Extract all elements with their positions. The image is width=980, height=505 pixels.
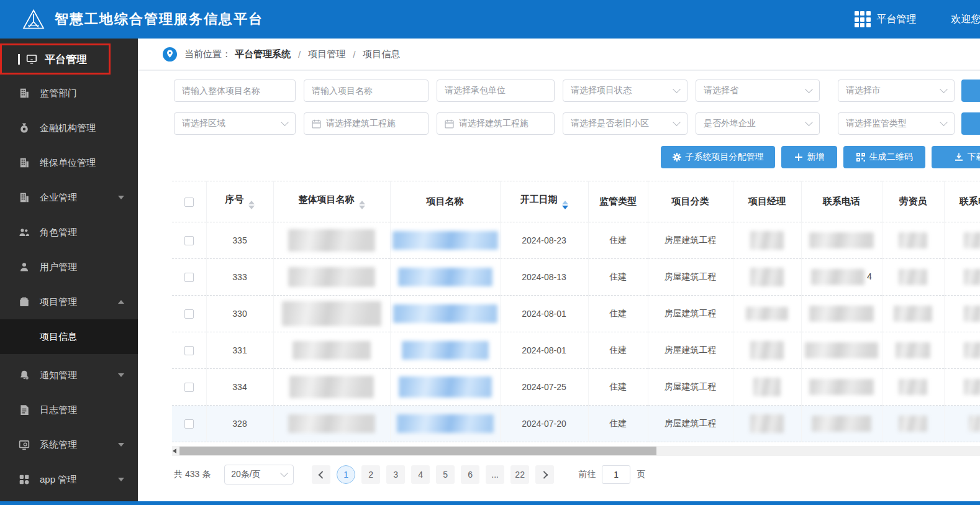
reset-button[interactable] — [961, 112, 980, 135]
page-button[interactable]: 4 — [411, 465, 430, 484]
contractor-select[interactable]: 请选择承包单位 — [437, 80, 555, 102]
redacted-project-manager — [750, 268, 784, 286]
redacted-overall-project-name — [289, 376, 374, 398]
sidebar-item-user-management[interactable]: 用户管理 — [0, 250, 138, 284]
button-label: 生成二维码 — [869, 152, 913, 163]
cell-seq: 330 — [206, 296, 273, 332]
sidebar-subitem-label: 项目信息 — [40, 331, 77, 343]
construction-date-end-picker[interactable]: 请选择建筑工程施 — [437, 112, 555, 135]
project-name-link-redacted[interactable] — [393, 304, 497, 323]
page-button[interactable]: 5 — [436, 465, 455, 484]
sidebar-item-platform-management[interactable]: 平台管理 — [0, 43, 111, 75]
scrollbar-left-arrow-icon[interactable] — [173, 448, 176, 453]
redacted-phone — [969, 416, 980, 432]
sidebar-item-notification-management[interactable]: 通知管理 — [0, 358, 138, 393]
breadcrumb-root[interactable]: 平台管理系统 — [235, 48, 291, 60]
page-button-current[interactable]: 1 — [337, 465, 355, 484]
page-ellipsis[interactable]: ... — [486, 465, 504, 484]
province-select[interactable]: 请选择省 — [696, 80, 820, 102]
column-header-start-date[interactable]: 开工日期 — [500, 181, 588, 222]
project-name-link-redacted[interactable] — [392, 231, 498, 250]
project-name-input[interactable] — [304, 80, 429, 102]
page-size-select[interactable]: 20条/页 — [224, 465, 294, 485]
breadcrumb-item-project-management[interactable]: 项目管理 — [308, 48, 345, 60]
row-checkbox[interactable] — [184, 309, 194, 319]
sidebar-item-role-management[interactable]: 角色管理 — [0, 215, 138, 250]
goto-unit: 页 — [637, 469, 645, 480]
column-header-seq[interactable]: 序号 — [206, 181, 273, 222]
old-community-select[interactable]: 请选择是否老旧小区 — [563, 112, 687, 135]
sidebar-item-system-management[interactable]: 系统管理 — [0, 427, 138, 462]
cell-start-date: 2024-08-01 — [500, 296, 588, 332]
horizontal-scrollbar-track[interactable] — [172, 446, 980, 456]
row-checkbox[interactable] — [184, 383, 194, 392]
redacted-overall-project-name — [288, 229, 375, 252]
sidebar-item-supervision-department[interactable]: 监管部门 — [0, 76, 138, 111]
chevron-down-icon — [805, 85, 813, 93]
top-header-bar: 智慧工地综合管理服务信息平台 平台管理 欢迎您: — [0, 0, 980, 39]
chevron-down-icon — [118, 196, 124, 199]
cell-project-category: 房屋建筑工程 — [648, 332, 733, 369]
project-name-link-redacted[interactable] — [398, 268, 492, 286]
generate-qrcode-button[interactable]: 生成二维码 — [843, 146, 925, 168]
horizontal-scrollbar-thumb[interactable] — [179, 447, 656, 455]
chevron-down-icon — [118, 443, 124, 447]
supervision-type-select[interactable]: 请选择监管类型 — [838, 112, 955, 135]
download-button[interactable]: 下载 — [932, 146, 980, 168]
page-button[interactable]: 2 — [361, 465, 380, 484]
project-name-link-redacted[interactable] — [402, 341, 489, 360]
prev-page-button[interactable] — [312, 465, 330, 484]
row-checkbox[interactable] — [184, 419, 194, 429]
vertical-bar-icon — [18, 54, 20, 65]
redacted-labor-officer — [899, 232, 927, 248]
search-button[interactable] — [961, 80, 980, 102]
sidebar-item-project-management[interactable]: 项目管理 — [0, 284, 138, 319]
sidebar-item-enterprise-management[interactable]: 企业管理 — [0, 180, 138, 215]
redacted-labor-officer — [894, 306, 932, 322]
sidebar-item-financial-institutions[interactable]: 金融机构管理 — [0, 111, 138, 145]
row-checkbox[interactable] — [184, 273, 194, 282]
system-monitor-icon — [19, 439, 30, 450]
header-nav-platform-management[interactable]: 平台管理 — [877, 13, 917, 26]
sort-icon[interactable] — [359, 201, 365, 209]
next-page-button[interactable] — [535, 465, 554, 484]
row-checkbox[interactable] — [184, 236, 194, 245]
project-name-link-redacted[interactable] — [397, 414, 494, 433]
project-status-select[interactable]: 请选择项目状态 — [563, 80, 687, 102]
construction-date-start-picker[interactable]: 请选择建筑工程施 — [304, 112, 429, 135]
sidebar-item-app-management[interactable]: app 管理 — [0, 462, 138, 497]
cell-supervision-type: 住建 — [588, 332, 648, 369]
breadcrumb-item-project-info[interactable]: 项目信息 — [363, 48, 400, 60]
city-select[interactable]: 请选择市 — [838, 80, 955, 102]
column-header-overall-project-name[interactable]: 整体项目名称 — [273, 181, 390, 222]
app-window: 智慧工地综合管理服务信息平台 平台管理 欢迎您: 平台管理 监管部门 金融机构 — [0, 0, 980, 505]
page-button[interactable]: 22 — [510, 465, 529, 484]
row-checkbox[interactable] — [184, 346, 194, 355]
subsystem-project-assign-button[interactable]: 子系统项目分配管理 — [661, 146, 775, 168]
select-all-checkbox[interactable] — [184, 198, 194, 207]
add-button[interactable]: 新增 — [781, 146, 837, 168]
external-enterprise-select[interactable]: 是否外埠企业 — [696, 112, 820, 135]
cell-project-category: 房屋建筑工程 — [648, 406, 733, 442]
page-button[interactable]: 3 — [386, 465, 405, 484]
download-icon — [955, 153, 963, 162]
sidebar-subitem-project-info[interactable]: 项目信息 — [0, 319, 138, 354]
cell-project-category: 房屋建筑工程 — [648, 259, 733, 296]
region-select[interactable]: 请选择区域 — [174, 112, 296, 135]
sort-icon[interactable] — [248, 201, 255, 209]
cell-supervision-type: 住建 — [588, 369, 648, 406]
page-button[interactable]: 6 — [461, 465, 479, 484]
sort-icon-active-desc[interactable] — [562, 201, 568, 209]
goto-page-input[interactable] — [602, 465, 630, 484]
projects-table: 序号 整体项目名称 项目名称 开工日期 监管类型 项目分类 项目经理 联系电话 … — [172, 181, 980, 442]
bottom-accent-bar — [0, 501, 980, 505]
sidebar-item-maintenance-units[interactable]: 维保单位管理 — [0, 145, 138, 180]
document-icon — [19, 404, 30, 416]
project-name-link-redacted[interactable] — [399, 376, 492, 398]
overall-project-name-input[interactable] — [174, 80, 296, 102]
sidebar-item-log-management[interactable]: 日志管理 — [0, 393, 138, 427]
redacted-project-manager — [750, 341, 784, 360]
cell-seq: 331 — [206, 332, 273, 369]
apps-grid-icon[interactable] — [855, 11, 871, 27]
breadcrumb-prefix: 当前位置： — [184, 48, 231, 60]
